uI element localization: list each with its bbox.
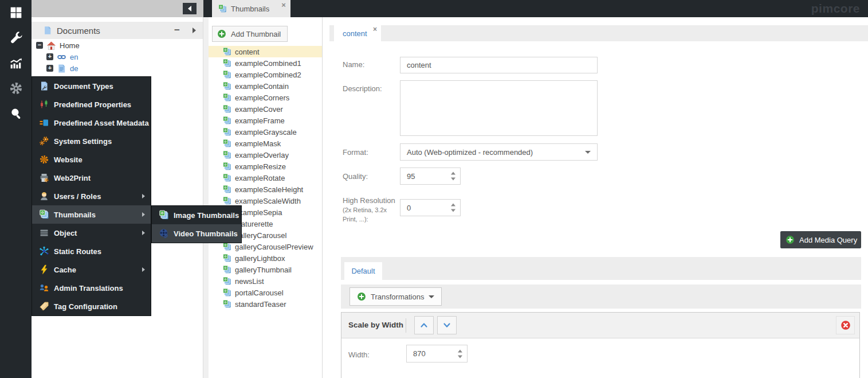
thumbnails-icon xyxy=(222,47,231,56)
menu-item-thumbnails[interactable]: Thumbnails xyxy=(32,205,151,224)
settings-gear-icon xyxy=(9,81,23,95)
menu-item-label: Thumbnails xyxy=(54,211,96,219)
tree-node-en[interactable]: + en xyxy=(32,51,203,63)
menu-item-static-routes[interactable]: Static Routes xyxy=(32,242,151,260)
menu-item-admin-translations[interactable]: Admin Translations xyxy=(32,279,151,297)
thumbnail-item-examplecorners[interactable]: exampleCorners xyxy=(209,92,322,103)
expand-icon[interactable]: + xyxy=(46,53,53,60)
menu-item-document-types[interactable]: Document Types xyxy=(32,77,151,95)
thumbnail-item-portalcarousel[interactable]: portalCarousel xyxy=(209,287,322,298)
static-routes-icon xyxy=(39,246,49,256)
thumbnail-item-newslist[interactable]: newsList xyxy=(209,275,322,287)
menu-item-object[interactable]: Object xyxy=(32,224,151,242)
web2print-icon xyxy=(39,173,49,183)
thumbnails-icon xyxy=(222,104,231,114)
documents-tree: − Home + en + de xyxy=(32,40,203,74)
website-icon xyxy=(39,154,49,165)
thumbnail-item-examplescaleheight[interactable]: exampleScaleHeight xyxy=(209,184,322,195)
thumbnail-item-label: exampleCombined1 xyxy=(235,59,301,68)
menu-item-website[interactable]: Website xyxy=(32,150,151,169)
tab-content[interactable]: content × xyxy=(334,25,381,41)
menu-item-users-roles[interactable]: Users / Roles xyxy=(32,187,151,205)
menu-item-tag-configuration[interactable]: Tag Configuration xyxy=(32,297,151,315)
thumbnail-item-gallerythumbnail[interactable]: galleryThumbnail xyxy=(209,264,322,275)
thumbnail-item-label: galleryThumbnail xyxy=(235,266,292,274)
transformations-button[interactable]: Transformations xyxy=(349,287,442,306)
thumbnail-item-label: content xyxy=(235,48,260,56)
thumbnail-item-exampleframe[interactable]: exampleFrame xyxy=(209,115,322,126)
divider xyxy=(406,318,406,333)
submenu-item-video-thumbnails[interactable]: Video Thumbnails xyxy=(152,224,241,243)
thumbnail-item-examplecontain[interactable]: exampleContain xyxy=(209,80,322,92)
spinner-buttons[interactable] xyxy=(451,204,455,212)
submenu-item-image-thumbnails[interactable]: Image Thumbnails xyxy=(152,206,241,224)
add-thumbnail-button[interactable]: Add Thumbnail xyxy=(212,26,288,42)
format-select[interactable]: Auto (Web-optimized - recommended) xyxy=(400,143,598,161)
panel-collapse-button[interactable] xyxy=(183,3,197,14)
document-icon xyxy=(43,26,52,35)
rail-item-reports[interactable] xyxy=(0,50,32,76)
thumbnail-item-label: exampleScaleWidth xyxy=(235,197,301,205)
spinner-up-icon xyxy=(458,349,462,352)
settings-context-menu: Document Types Predefined Properties Pre… xyxy=(32,76,151,316)
move-down-button[interactable] xyxy=(437,316,457,334)
menu-item-label: Object xyxy=(54,229,77,237)
transformations-toolbar: Transformations xyxy=(341,285,861,309)
tree-node-de[interactable]: + de xyxy=(32,63,203,74)
high-resolution-note-1: (2x Retina, 3.2x xyxy=(343,206,387,213)
editor-tabstrip: content × xyxy=(329,25,868,41)
rail-item-search[interactable] xyxy=(0,101,32,126)
add-icon xyxy=(357,292,366,301)
menu-item-system-settings[interactable]: System Settings xyxy=(32,132,151,150)
chevron-down-icon xyxy=(585,151,591,154)
panel-minimize-icon[interactable]: − xyxy=(174,26,180,34)
thumbnail-item-content[interactable]: content xyxy=(209,46,322,57)
cache-icon xyxy=(39,264,49,275)
add-icon xyxy=(785,235,795,244)
menu-item-predefined-asset-metadata[interactable]: Predefined Asset Metadata xyxy=(32,114,151,132)
description-label: Description: xyxy=(343,84,382,93)
high-resolution-label: High Resolution xyxy=(343,196,395,205)
tab-default[interactable]: Default xyxy=(344,262,382,280)
tab-thumbnails[interactable]: Thumbnails × xyxy=(212,0,290,17)
tab-close-icon[interactable]: × xyxy=(373,26,377,32)
menu-item-label: Tag Configuration xyxy=(54,302,117,311)
spinner-buttons[interactable] xyxy=(451,172,455,181)
thumbnail-item-gallerylightbox[interactable]: galleryLightbox xyxy=(209,252,322,264)
documents-panel-header[interactable]: Documents − xyxy=(32,22,203,39)
thumbnail-item-examplecombined1[interactable]: exampleCombined1 xyxy=(209,57,322,69)
thumbnail-item-examplecover[interactable]: exampleCover xyxy=(209,103,322,115)
rail-item-tools[interactable] xyxy=(0,25,32,50)
thumbnail-item-exampleresize[interactable]: exampleResize xyxy=(209,161,322,172)
video-thumbnails-icon xyxy=(159,228,169,239)
panel-splitter[interactable] xyxy=(203,17,209,378)
rail-item-settings[interactable] xyxy=(0,76,32,101)
home-icon xyxy=(46,41,56,50)
panel-expand-icon[interactable] xyxy=(193,28,196,33)
tab-close-icon[interactable]: × xyxy=(281,2,286,8)
description-textarea[interactable] xyxy=(400,80,598,136)
left-icon-rail xyxy=(0,0,32,378)
tab-thumbnails-label: Thumbnails xyxy=(231,5,269,13)
expand-icon[interactable]: + xyxy=(46,65,53,72)
rail-item-apps[interactable] xyxy=(0,0,32,25)
thumbnail-item-examplerotate[interactable]: exampleRotate xyxy=(209,172,322,184)
spinner-buttons[interactable] xyxy=(458,349,462,358)
menu-item-web2print[interactable]: Web2Print xyxy=(32,169,151,187)
menu-item-cache[interactable]: Cache xyxy=(32,260,151,279)
menu-item-label: System Settings xyxy=(54,137,112,146)
thumbnail-item-examplegrayscale[interactable]: exampleGrayscale xyxy=(209,126,322,138)
thumbnail-item-standardteaser[interactable]: standardTeaser xyxy=(209,298,322,310)
add-media-query-button[interactable]: Add Media Query xyxy=(780,231,861,248)
thumbnail-item-examplemask[interactable]: exampleMask xyxy=(209,138,322,149)
delete-transformation-button[interactable] xyxy=(836,316,855,334)
thumbnail-item-examplecombined2[interactable]: exampleCombined2 xyxy=(209,69,322,80)
thumbnail-item-exampleoverlay[interactable]: exampleOverlay xyxy=(209,149,322,161)
move-up-button[interactable] xyxy=(414,316,434,334)
collapse-icon[interactable]: − xyxy=(36,42,43,49)
name-input[interactable] xyxy=(400,57,598,73)
thumbnail-item-examplescalewidth[interactable]: exampleScaleWidth xyxy=(209,195,322,206)
menu-item-predefined-properties[interactable]: Predefined Properties xyxy=(32,95,151,114)
quality-spinner xyxy=(400,167,461,185)
tree-node-home[interactable]: − Home xyxy=(32,40,203,51)
